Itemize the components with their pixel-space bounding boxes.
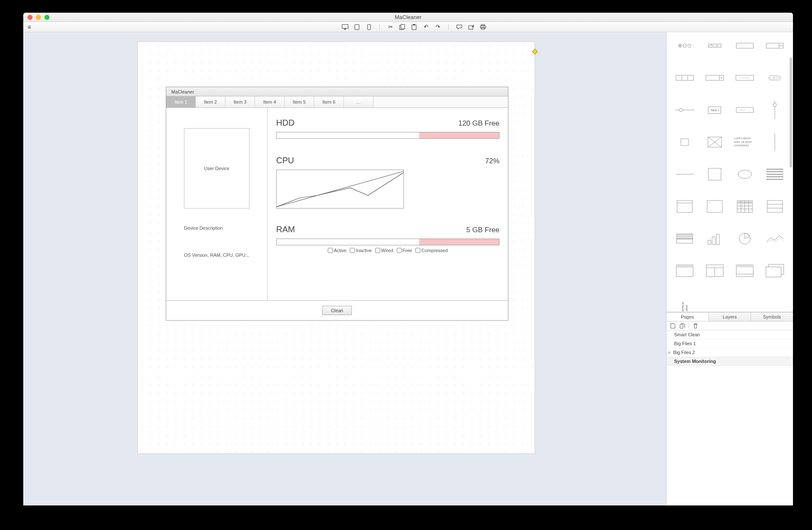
stencil-image-placeholder[interactable] — [702, 132, 727, 152]
zoom-window-button[interactable] — [44, 15, 49, 20]
ram-check-free[interactable]: Free — [397, 248, 412, 253]
cut-icon[interactable]: ✂ — [387, 24, 394, 30]
ram-check-compressed[interactable]: Compressed — [415, 248, 447, 253]
stencil-rectangle[interactable] — [702, 164, 727, 184]
stencil-ellipse[interactable] — [732, 164, 758, 184]
wireframe-tab-3[interactable]: Item 3 — [225, 96, 255, 107]
tool-separator — [689, 323, 689, 328]
page-item-system-monitoring[interactable]: System Monitoring — [667, 357, 793, 366]
stencil-tooltip[interactable] — [672, 228, 697, 249]
comment-icon[interactable] — [455, 24, 463, 30]
wireframe-tab-5[interactable]: Item 5 — [285, 96, 314, 107]
stencil-radio-group[interactable] — [672, 36, 697, 56]
ram-check-active[interactable]: Active — [328, 248, 346, 253]
svg-rect-70 — [712, 237, 715, 244]
page-item-big-files-2[interactable]: ≡Big Files 2 — [667, 348, 793, 357]
svg-rect-45 — [708, 168, 721, 180]
tab-pages[interactable]: Pages — [667, 313, 709, 321]
stencil-cards[interactable] — [762, 261, 788, 281]
wireframe-tab-2[interactable]: Item 2 — [196, 96, 225, 107]
svg-rect-79 — [736, 265, 753, 267]
window-titlebar: MaCleaner — [23, 13, 793, 22]
duplicate-page-icon[interactable] — [679, 323, 685, 329]
clean-button[interactable]: Clean — [322, 306, 352, 315]
stencil-pie-chart[interactable] — [732, 228, 758, 249]
svg-rect-17 — [713, 44, 716, 47]
close-window-button[interactable] — [27, 15, 33, 20]
stencil-stepper[interactable] — [762, 36, 788, 56]
ram-check-inactive[interactable]: Inactive — [350, 248, 372, 253]
stencil-text-field[interactable] — [732, 36, 758, 56]
svg-rect-18 — [718, 44, 721, 47]
stencil-text-block[interactable] — [762, 164, 788, 184]
stencil-line-chart[interactable] — [762, 228, 788, 249]
stencil-list[interactable] — [762, 196, 788, 217]
stencil-layout-split[interactable] — [702, 261, 727, 281]
svg-rect-52 — [677, 200, 692, 212]
paste-icon[interactable] — [410, 24, 418, 30]
stencil-small-box[interactable] — [672, 132, 697, 152]
stencil-layout-header-footer[interactable] — [732, 261, 758, 281]
stencil-paragraph[interactable]: Lorem ipsum dolor sit amet consectetur — [732, 132, 758, 152]
stencil-hrule[interactable] — [672, 164, 697, 184]
page-item-smart-clean[interactable]: Smart Clean — [667, 330, 793, 339]
tab-symbols[interactable]: Symbols — [751, 313, 793, 321]
undo-icon[interactable]: ↶ — [422, 24, 430, 30]
delete-page-icon[interactable] — [692, 323, 698, 329]
new-page-icon[interactable] — [670, 323, 676, 329]
stencil-vertical-label[interactable]: Vertical Label — [672, 293, 697, 312]
stencil-data-table[interactable] — [732, 196, 758, 217]
stencil-vrule[interactable] — [762, 132, 788, 152]
stencil-toggle[interactable] — [762, 68, 788, 88]
stencil-window[interactable] — [672, 196, 697, 217]
device-tablet-icon[interactable] — [353, 24, 361, 30]
stencil-browser[interactable] — [672, 261, 697, 281]
stencil-dropdown[interactable] — [702, 68, 727, 88]
toolbar-separator — [448, 24, 449, 30]
stencil-slider[interactable] — [672, 100, 697, 120]
wireframe-footer: Clean — [166, 300, 508, 320]
artboard[interactable]: MaCleaner Item 1 Item 2 Item 3 Item 4 It… — [137, 41, 535, 454]
stencil-bar-chart[interactable] — [702, 228, 727, 249]
stencil-library: Text I Lorem ipsum dolor sit amet consec… — [667, 32, 793, 312]
wireframe-window[interactable]: MaCleaner Item 1 Item 2 Item 3 Item 4 It… — [166, 87, 508, 321]
stencil-button[interactable] — [732, 68, 758, 88]
wireframe-right-panel: HDD 120 GB Free CPU 72% — [268, 108, 508, 300]
print-icon[interactable] — [479, 24, 487, 30]
stencil-modal[interactable] — [702, 196, 727, 217]
device-image-placeholder: User Device — [184, 128, 250, 209]
main-toolbar: ≡ ✂ ↶ ↷ — [23, 22, 793, 32]
svg-rect-5 — [401, 25, 405, 29]
ram-check-wired[interactable]: Wired — [375, 248, 393, 253]
svg-point-13 — [679, 45, 681, 47]
stencil-vslider[interactable] — [762, 100, 788, 120]
svg-rect-3 — [368, 25, 370, 30]
menu-hamburger-icon[interactable]: ≡ — [23, 24, 35, 30]
ram-legend: Active Inactive Wired Free Compressed — [276, 248, 499, 253]
export-icon[interactable] — [467, 24, 475, 30]
wireframe-tab-4[interactable]: Item 4 — [255, 96, 285, 107]
stencil-label[interactable] — [732, 100, 758, 120]
scrollbar-thumb[interactable] — [790, 58, 792, 168]
stencil-text-input[interactable]: Text I — [702, 100, 727, 120]
tab-layers[interactable]: Layers — [709, 313, 751, 321]
wireframe-tab-6[interactable]: Item 6 — [314, 96, 344, 107]
drag-handle-icon[interactable]: ≡ — [668, 350, 671, 355]
wireframe-tab-more[interactable]: … — [344, 96, 373, 107]
wireframe-tab-1[interactable]: Item 1 — [166, 96, 196, 107]
svg-point-55 — [709, 202, 710, 203]
minimize-window-button[interactable] — [36, 15, 41, 20]
device-specs-text: OS Version, RAM, CPU, GPU... — [172, 251, 261, 260]
device-phone-icon[interactable] — [365, 24, 373, 30]
artboard-resize-handle[interactable] — [532, 49, 538, 55]
redo-icon[interactable]: ↷ — [434, 24, 442, 30]
device-desktop-icon[interactable] — [341, 24, 349, 30]
canvas[interactable]: MaCleaner Item 1 Item 2 Item 3 Item 4 It… — [23, 32, 666, 505]
copy-icon[interactable] — [398, 24, 406, 30]
svg-rect-6 — [412, 25, 416, 30]
svg-point-15 — [688, 44, 691, 47]
wireframe-titlebar: MaCleaner — [166, 87, 508, 96]
stencil-breadcrumb[interactable] — [672, 68, 697, 88]
stencil-checkbox-group[interactable] — [702, 36, 727, 56]
page-item-big-files-1[interactable]: Big Files 1 — [667, 339, 793, 348]
